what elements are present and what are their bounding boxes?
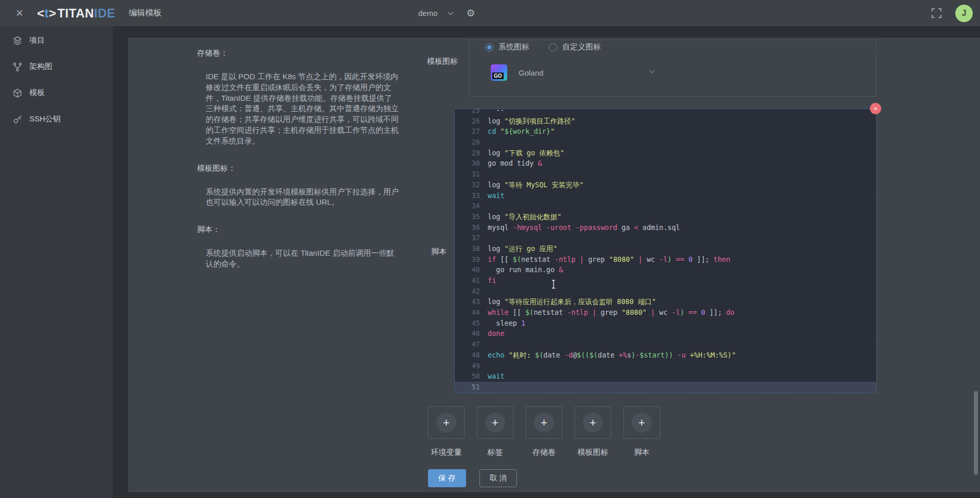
add-section-label: 存储卷 [532,448,556,457]
chevron-down-icon[interactable] [648,69,655,74]
add-环境变量-button[interactable]: + [428,406,465,439]
add-section-block: +脚本 [623,406,660,457]
code-text: mysql -hmysql -uroot -ppassword ga < adm… [488,222,680,233]
radio-system-icon-label[interactable]: 系统图标 [498,42,529,52]
code-line: 30go mod tidy & [455,158,876,169]
save-button[interactable]: 保 存 [428,469,466,487]
logo-titan: TITAN [57,6,94,20]
icon-type-radio-group: 系统图标 自定义图标 [485,42,620,52]
sidebar-item-模板[interactable]: 模板 [0,80,113,106]
icon-select-value: Goland [519,68,543,77]
sidebar-item-架构图[interactable]: 架构图 [0,54,113,80]
radio-custom-icon-label[interactable]: 自定义图标 [562,42,601,52]
cancel-button[interactable]: 取 消 [479,469,517,487]
line-number: 38 [455,243,480,254]
code-text: log "等待 MySQL 安装完毕" [488,180,584,190]
code-line: 35log "导入初始化数据" [455,211,876,222]
add-section-block: +标签 [477,406,513,457]
code-text: log "导入初始化数据" [488,211,561,222]
plus-icon: + [583,413,603,433]
project-switcher: demo ⚙ [418,0,475,26]
code-line: 39if [[ $(netstat -ntlp | grep "8080" | … [455,254,876,265]
top-bar: ✕ <t>TITANIDE 编辑模板 demo ⚙ J [0,0,980,26]
gear-icon[interactable]: ⚙ [467,8,475,18]
plus-icon: + [534,413,554,433]
fullscreen-icon[interactable] [931,8,942,19]
code-line: 44while [[ $(netstat -ntlp | grep "8080"… [455,307,876,318]
add-section-label: 标签 [488,448,503,457]
line-number: 28 [455,137,480,148]
icon-select[interactable]: GO Goland [491,63,655,82]
line-number: 31 [455,169,480,180]
code-text: wait [488,190,505,201]
line-number: 32 [455,180,480,190]
code-text: -- [488,109,505,116]
code-text: log "切换到项目工作路径" [488,116,575,127]
layers-icon [12,35,23,46]
code-line-current: 51 [455,382,876,393]
radio-system-icon[interactable] [485,43,493,51]
key-icon [12,114,23,124]
code-line: 27cd "${work_dir}" [455,126,876,137]
script-editor[interactable]: 25 --26log "切换到项目工作路径"27cd "${work_dir}"… [454,109,877,393]
code-line: 28 [455,137,876,148]
architecture-icon [12,62,23,72]
add-模板图标-button[interactable]: + [575,406,611,439]
topbar-right: J [931,0,980,26]
code-line: 47 [455,339,876,350]
line-number: 44 [455,307,480,318]
line-number: 43 [455,296,480,307]
code-line: 49 [455,361,876,371]
logo-bracket-open: < [37,6,45,20]
line-number: 42 [455,286,480,297]
code-text: if [[ $(netstat -ntlp | grep "8080" | wc… [488,254,730,265]
line-number: 27 [455,126,480,137]
cube-icon [12,88,23,98]
logo-ide: IDE [94,6,116,20]
radio-custom-icon[interactable] [549,43,557,51]
code-line: 41fi [455,275,876,286]
add-section-label: 环境变量 [431,448,462,457]
add-存储卷-button[interactable]: + [526,406,562,439]
code-line: 38log "运行 go 应用" [455,243,876,254]
code-line: 36mysql -hmysql -uroot -ppassword ga < a… [455,222,876,233]
close-icon[interactable]: ✕ [15,8,24,18]
code-text: done [488,328,505,339]
template-icon-section: 系统图标 自定义图标 GO Goland [469,40,877,97]
sidebar-item-SSH公钥[interactable]: SSH公钥 [0,106,113,132]
code-text: go mod tidy & [488,158,542,169]
remove-script-section-button[interactable]: ✕ [870,103,881,114]
avatar[interactable]: J [955,5,973,22]
line-number: 36 [455,222,480,233]
sidebar-item-label: 架构图 [29,62,52,72]
help-docs: 存储卷：IDE 是以 POD 工作在 K8s 节点之上的，因此开发环境内修改过文… [197,48,404,287]
line-number: 46 [455,328,480,339]
line-number: 45 [455,318,480,329]
logo-bracket-close: > [49,6,57,20]
project-name[interactable]: demo [418,9,438,17]
code-lines: 25 --26log "切换到项目工作路径"27cd "${work_dir}"… [455,109,876,393]
line-number: 26 [455,116,480,127]
line-number: 34 [455,201,480,211]
template-icon-field-label: 模板图标 [427,57,458,66]
code-line: 45 sleep 1 [455,318,876,329]
line-number: 33 [455,190,480,201]
line-number: 25 [455,109,480,116]
code-text: sleep 1 [488,318,525,329]
add-section-block: +存储卷 [526,406,562,457]
code-line: 33wait [455,190,876,201]
vertical-scrollbar[interactable] [974,391,978,475]
sidebar-item-label: 项目 [29,35,45,45]
add-section-buttons: +环境变量+标签+存储卷+模板图标+脚本 [428,406,672,457]
add-脚本-button[interactable]: + [623,406,660,439]
doc-section-body: 系统提供内置的开发环境模板图标供用户下拉选择，用户也可以输入可以访问的图标在线 … [206,187,399,208]
add-section-label: 脚本 [634,448,650,457]
sidebar-item-label: SSH公钥 [29,114,61,124]
doc-section-title: 存储卷： [197,48,404,58]
add-标签-button[interactable]: + [477,406,513,439]
page-title: 编辑模板 [129,8,162,19]
chevron-down-icon[interactable] [447,11,454,16]
line-number: 49 [455,361,480,371]
sidebar-item-项目[interactable]: 项目 [0,27,113,54]
line-number: 39 [455,254,480,265]
